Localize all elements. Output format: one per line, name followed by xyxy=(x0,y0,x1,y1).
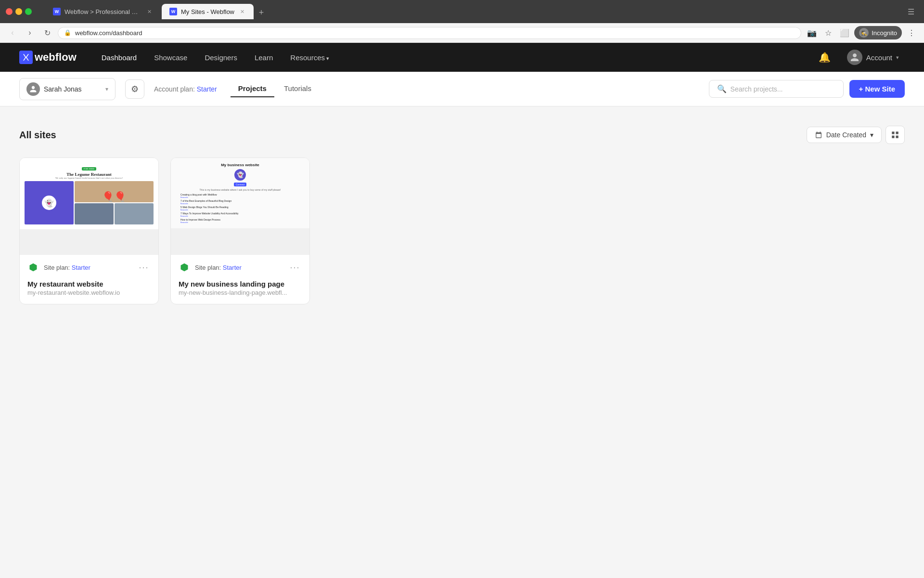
new-tab-button[interactable]: + xyxy=(255,6,268,19)
sub-nav-projects[interactable]: Projects xyxy=(231,80,274,97)
tab-title-2: My Sites - Webflow xyxy=(181,8,234,15)
browser-toolbar: ‹ › ↻ 🔒 webflow.com/dashboard 📷 ☆ ⬜ 🕵 In… xyxy=(0,23,924,43)
workspace-selector[interactable]: Sarah Jonas ▾ xyxy=(19,78,116,100)
tab-favicon-1: W xyxy=(53,8,61,15)
workspace-avatar xyxy=(26,82,40,96)
site-info-2: My new business landing page my-new-busi… xyxy=(171,280,309,304)
tab-favicon-2: W xyxy=(169,8,177,15)
sub-header: Sarah Jonas ▾ ⚙ Account plan: Starter Pr… xyxy=(0,72,924,106)
site-plan-link-2[interactable]: Starter xyxy=(223,264,242,271)
search-projects-input[interactable]: 🔍 Search projects... xyxy=(709,80,844,98)
bookmark-icon[interactable]: ☆ xyxy=(821,26,835,39)
refresh-button[interactable]: ↻ xyxy=(40,26,54,39)
site-plan-icon-1 xyxy=(27,262,39,273)
new-site-button[interactable]: + New Site xyxy=(849,80,905,98)
tab-close-2[interactable]: ✕ xyxy=(238,8,246,15)
incognito-button[interactable]: 🕵 Incognito xyxy=(854,26,902,39)
nav-link-learn[interactable]: Learn xyxy=(247,50,281,66)
sort-controls: Date Created ▾ xyxy=(807,126,905,144)
incognito-icon: 🕵 xyxy=(859,28,869,38)
site-plan-text-2: Site plan: Starter xyxy=(195,264,283,271)
browser-tab-2[interactable]: W My Sites - Webflow ✕ xyxy=(162,4,254,19)
sub-header-right: 🔍 Search projects... + New Site xyxy=(709,80,905,98)
workspace-chevron-icon: ▾ xyxy=(105,86,108,92)
content: Sarah Jonas ▾ ⚙ Account plan: Starter Pr… xyxy=(0,72,924,324)
search-icon: 🔍 xyxy=(717,84,727,93)
workspace-settings-button[interactable]: ⚙ xyxy=(125,79,144,99)
split-screen-icon[interactable]: ⬜ xyxy=(838,26,851,39)
nav-link-dashboard[interactable]: Dashboard xyxy=(94,50,144,66)
navbar: webflow Dashboard Showcase Designers Lea… xyxy=(0,43,924,72)
nav-link-designers[interactable]: Designers xyxy=(197,50,245,66)
tabs-bar: W Webflow > Professional Freelar... ✕ W … xyxy=(39,4,274,19)
chrome-menu-button[interactable]: ☰ xyxy=(908,7,918,16)
site-thumbnail-1: FOR HIRE The Legume Restaurant We only u… xyxy=(20,158,158,254)
notification-button[interactable]: 🔔 xyxy=(816,49,834,66)
lock-icon: 🔒 xyxy=(64,29,71,36)
account-chevron-icon: ▾ xyxy=(896,54,899,61)
site-card-2[interactable]: My business website 👻 Connect This is my… xyxy=(170,158,310,304)
site-thumbnail-2: My business website 👻 Connect This is my… xyxy=(171,158,309,254)
logo-icon xyxy=(19,51,33,64)
nav-link-resources[interactable]: Resources xyxy=(282,50,337,66)
site-card-2-footer: Site plan: Starter ··· xyxy=(171,254,309,280)
title-bar: W Webflow > Professional Freelar... ✕ W … xyxy=(0,0,924,23)
forward-button[interactable]: › xyxy=(23,26,37,39)
account-plan-link[interactable]: Starter xyxy=(197,85,217,93)
browser-chrome: W Webflow > Professional Freelar... ✕ W … xyxy=(0,0,924,43)
site-url-2: my-new-business-landing-page.webfl... xyxy=(179,289,302,296)
camera-off-icon[interactable]: 📷 xyxy=(805,26,819,39)
all-sites-header: All sites Date Created ▾ xyxy=(19,126,905,144)
site-url-1: my-restaurant-website.webflow.io xyxy=(27,289,151,296)
site-more-button-2[interactable]: ··· xyxy=(288,261,302,274)
url-bar[interactable]: 🔒 webflow.com/dashboard xyxy=(58,27,801,39)
traffic-lights xyxy=(6,8,32,15)
nav-link-showcase[interactable]: Showcase xyxy=(146,50,195,66)
account-label: Account xyxy=(866,53,892,62)
minimize-window-button[interactable] xyxy=(15,8,22,15)
site-plan-text-1: Site plan: Starter xyxy=(44,264,132,271)
account-avatar xyxy=(847,50,862,65)
all-sites-title: All sites xyxy=(19,130,56,141)
browser-tab-1[interactable]: W Webflow > Professional Freelar... ✕ xyxy=(45,4,161,19)
account-menu-button[interactable]: Account ▾ xyxy=(841,47,905,68)
main-content: All sites Date Created ▾ FOR HIRE xyxy=(0,106,924,324)
nav-links: Dashboard Showcase Designers Learn Resou… xyxy=(94,50,337,66)
site-plan-icon-2 xyxy=(179,262,190,273)
tab-close-1[interactable]: ✕ xyxy=(145,8,153,15)
site-plan-link-1[interactable]: Starter xyxy=(72,264,90,271)
logo[interactable]: webflow xyxy=(19,51,77,64)
site-card-1-footer: Site plan: Starter ··· xyxy=(20,254,158,280)
account-plan-info: Account plan: Starter xyxy=(154,85,217,93)
sub-nav: Projects Tutorials xyxy=(231,80,319,97)
site-more-button-1[interactable]: ··· xyxy=(137,261,151,274)
chrome-options-icon[interactable]: ⋮ xyxy=(905,26,918,39)
sub-nav-tutorials[interactable]: Tutorials xyxy=(276,80,319,97)
maximize-window-button[interactable] xyxy=(25,8,32,15)
sort-label: Date Created xyxy=(826,131,866,139)
close-window-button[interactable] xyxy=(6,8,13,15)
site-name-1: My restaurant website xyxy=(27,280,151,288)
view-toggle-button[interactable] xyxy=(886,126,905,144)
sort-chevron-icon: ▾ xyxy=(870,131,873,139)
workspace-name: Sarah Jonas xyxy=(44,85,102,93)
logo-text: webflow xyxy=(35,51,77,64)
site-name-2: My new business landing page xyxy=(179,280,302,288)
toolbar-actions: 📷 ☆ ⬜ 🕵 Incognito ⋮ xyxy=(805,26,918,39)
site-card-1[interactable]: FOR HIRE The Legume Restaurant We only u… xyxy=(19,158,159,304)
back-button[interactable]: ‹ xyxy=(6,26,19,39)
search-placeholder: Search projects... xyxy=(731,85,783,93)
site-info-1: My restaurant website my-restaurant-webs… xyxy=(20,280,158,304)
navbar-right: 🔔 Account ▾ xyxy=(816,47,905,68)
sort-date-button[interactable]: Date Created ▾ xyxy=(807,127,882,143)
incognito-label: Incognito xyxy=(872,29,897,37)
sites-grid: FOR HIRE The Legume Restaurant We only u… xyxy=(19,158,905,304)
url-text: webflow.com/dashboard xyxy=(75,29,795,37)
app: webflow Dashboard Showcase Designers Lea… xyxy=(0,43,924,72)
tab-title-1: Webflow > Professional Freelar... xyxy=(64,8,141,15)
